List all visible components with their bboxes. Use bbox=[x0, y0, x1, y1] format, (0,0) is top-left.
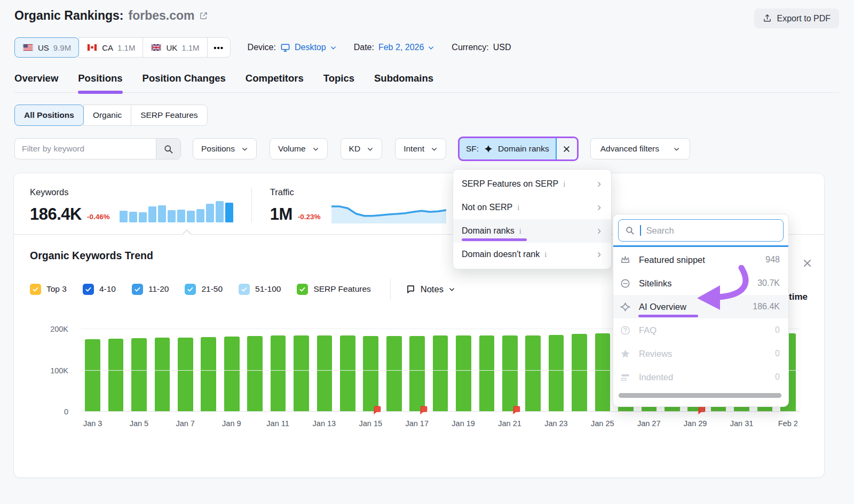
intent-filter-dropdown[interactable]: Intent bbox=[395, 138, 446, 159]
keywords-change: -0.46% bbox=[87, 213, 110, 221]
chart-bar[interactable] bbox=[340, 335, 355, 412]
sf-menu-item-not-on-serp[interactable]: Not on SERPi bbox=[453, 196, 611, 219]
date-selector[interactable]: Feb 2, 2026 bbox=[378, 43, 434, 52]
chart-bar[interactable] bbox=[85, 339, 100, 412]
bar-slot-jan-18 bbox=[429, 329, 452, 412]
feature-count: 186.4K bbox=[753, 302, 780, 311]
bar-slot-jan-5 bbox=[128, 329, 151, 412]
sf-menu-item-domain-ranks[interactable]: Domain ranksi bbox=[453, 219, 611, 243]
chart-bar[interactable] bbox=[572, 334, 587, 412]
chart-bar[interactable] bbox=[224, 337, 240, 412]
pos-tab-serp-features[interactable]: SERP Features bbox=[131, 105, 207, 126]
traffic-stat[interactable]: Traffic 1M -0.23% bbox=[270, 187, 446, 222]
chart-bar[interactable] bbox=[595, 333, 611, 412]
device-selector[interactable]: Desktop bbox=[295, 43, 337, 52]
nav-tab-overview[interactable]: Overview bbox=[14, 73, 58, 92]
more-countries-button[interactable]: ••• bbox=[207, 37, 231, 58]
chart-bar[interactable] bbox=[247, 336, 263, 412]
chart-bar[interactable] bbox=[525, 335, 541, 412]
ca-flag-icon bbox=[86, 44, 98, 51]
note-flag-marker[interactable] bbox=[372, 405, 382, 415]
legend-item-11-20[interactable]: 11-20 bbox=[132, 284, 169, 295]
bar-slot-jan-24 bbox=[568, 329, 591, 412]
legend-item-51-100[interactable]: 51-100 bbox=[239, 284, 281, 295]
pos-tab-organic[interactable]: Organic bbox=[83, 105, 131, 126]
checkbox-51-100[interactable] bbox=[239, 284, 250, 295]
chart-bar[interactable] bbox=[131, 338, 147, 412]
chart-bar[interactable] bbox=[317, 335, 333, 412]
export-pdf-button[interactable]: Export to PDF bbox=[754, 9, 839, 28]
legend-item-top-3[interactable]: Top 3 bbox=[30, 284, 67, 295]
chart-bar[interactable] bbox=[479, 335, 495, 412]
sf-feature-item-ai-overview[interactable]: AI Overview186.4K bbox=[613, 295, 788, 318]
close-icon[interactable] bbox=[802, 258, 812, 268]
nav-tab-topics[interactable]: Topics bbox=[323, 73, 354, 92]
nav-tab-competitors[interactable]: Competitors bbox=[246, 73, 304, 92]
chart-bar[interactable] bbox=[363, 336, 378, 412]
volume-filter-dropdown[interactable]: Volume bbox=[270, 138, 328, 159]
nav-tab-positions[interactable]: Positions bbox=[78, 73, 122, 92]
country-code: UK bbox=[166, 43, 177, 52]
chevron-down-icon bbox=[673, 146, 680, 153]
submenu-search-input[interactable] bbox=[646, 226, 777, 236]
note-flag-marker[interactable] bbox=[511, 405, 521, 415]
positions-filter-dropdown[interactable]: Positions bbox=[193, 138, 257, 159]
submenu-scrollbar[interactable] bbox=[619, 393, 781, 398]
currency-value: USD bbox=[493, 43, 511, 52]
pos-tab-all-positions[interactable]: All Positions bbox=[14, 105, 84, 126]
note-flag-marker[interactable] bbox=[418, 405, 428, 415]
chart-bar[interactable] bbox=[409, 336, 425, 412]
sparkline-bar bbox=[196, 209, 204, 222]
x-axis-label bbox=[753, 419, 776, 428]
chart-bar[interactable] bbox=[201, 337, 216, 412]
x-axis-label: Jan 29 bbox=[684, 419, 707, 428]
legend-label: 21-50 bbox=[201, 284, 223, 294]
chart-bar[interactable] bbox=[178, 338, 193, 412]
checkbox-21-50[interactable] bbox=[185, 284, 196, 295]
chart-bar[interactable] bbox=[155, 338, 170, 412]
chart-bar[interactable] bbox=[433, 335, 448, 412]
country-traffic: 1.1M bbox=[117, 43, 135, 52]
country-tab-ca[interactable]: CA1.1M bbox=[78, 37, 143, 58]
sf-feature-item-sitelinks[interactable]: Sitelinks30.7K bbox=[613, 271, 788, 295]
legend-item-serp-features[interactable]: SERP Features bbox=[297, 284, 370, 295]
chevron-down-icon bbox=[330, 44, 337, 51]
x-axis-label: Jan 9 bbox=[220, 419, 243, 428]
x-axis-label bbox=[707, 419, 730, 428]
sf-chip-remove-button[interactable] bbox=[556, 138, 577, 159]
keyword-filter-input[interactable] bbox=[15, 139, 156, 159]
chart-bar[interactable] bbox=[271, 335, 286, 412]
ai-sparkle-icon bbox=[620, 301, 631, 313]
country-tabs: US9.9MCA1.1MUK1.1M••• bbox=[14, 37, 231, 58]
notes-button[interactable]: Notes bbox=[406, 284, 455, 294]
legend-item-21-50[interactable]: 21-50 bbox=[185, 284, 223, 295]
nav-tab-position-changes[interactable]: Position Changes bbox=[143, 73, 226, 92]
bar-slot-jan-22 bbox=[521, 329, 544, 412]
advanced-filters-button[interactable]: Advanced filters bbox=[590, 138, 690, 159]
chart-bar[interactable] bbox=[502, 335, 518, 412]
chart-bar[interactable] bbox=[456, 335, 471, 412]
sf-menu-item-domain-doesn-t-rank[interactable]: Domain doesn't ranki bbox=[453, 243, 611, 266]
legend-item-4-10[interactable]: 4-10 bbox=[83, 284, 116, 295]
keywords-stat[interactable]: Keywords 186.4K -0.46% bbox=[30, 187, 233, 222]
country-tab-uk[interactable]: UK1.1M bbox=[143, 37, 207, 58]
bar-slot-jan-19 bbox=[452, 329, 475, 412]
chart-bar[interactable] bbox=[549, 335, 564, 412]
checkbox-11-20[interactable] bbox=[132, 284, 143, 295]
checkbox-4-10[interactable] bbox=[83, 284, 94, 295]
chart-bar[interactable] bbox=[294, 335, 309, 412]
kd-filter-dropdown[interactable]: KD bbox=[341, 138, 383, 159]
sf-filter-chip[interactable]: SF: Domain ranks bbox=[458, 137, 579, 161]
chart-bar[interactable] bbox=[108, 339, 124, 412]
sf-feature-item-featured-snippet[interactable]: Featured snippet948 bbox=[613, 248, 788, 271]
info-icon: i bbox=[519, 227, 521, 236]
chart-bar[interactable] bbox=[386, 336, 402, 412]
desktop-monitor-icon bbox=[280, 43, 290, 53]
checkbox-top-3[interactable] bbox=[30, 284, 41, 295]
sf-menu-item-serp-features-on-serp[interactable]: SERP Features on SERPi bbox=[453, 172, 611, 196]
nav-tab-subdomains[interactable]: Subdomains bbox=[374, 73, 433, 92]
country-tab-us[interactable]: US9.9M bbox=[14, 37, 79, 58]
checkbox-serp-features[interactable] bbox=[297, 284, 308, 295]
keyword-search-button[interactable] bbox=[156, 139, 180, 159]
external-link-icon[interactable] bbox=[199, 11, 208, 20]
